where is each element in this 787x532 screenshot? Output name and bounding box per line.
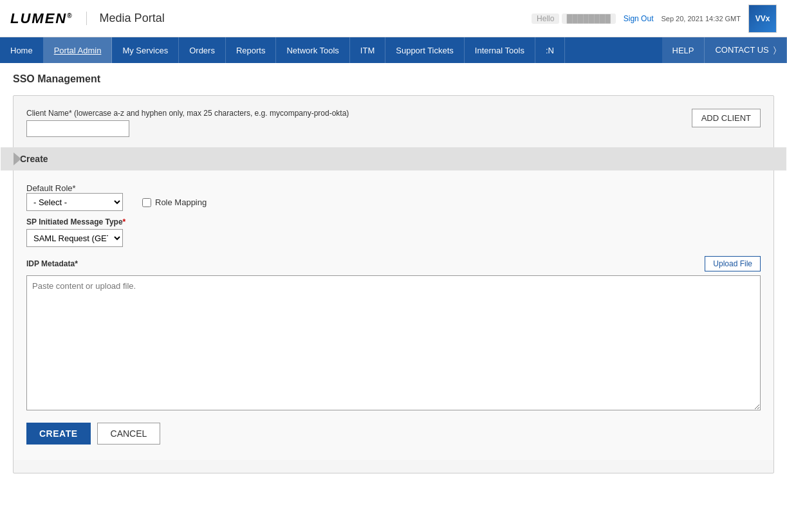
nav-home[interactable]: Home <box>0 37 44 63</box>
logo: LUMEN® <box>10 10 73 27</box>
nav-portal-admin[interactable]: Portal Admin <box>44 37 113 63</box>
idp-metadata-label: IDP Metadata* <box>26 259 78 268</box>
idp-metadata-textarea[interactable] <box>26 275 761 410</box>
form-body: Default Role* - Select - Admin User Role… <box>14 170 773 460</box>
nav-contact-us[interactable]: CONTACT US 〉 <box>705 37 787 63</box>
client-name-input[interactable] <box>26 120 129 137</box>
create-button[interactable]: CREATE <box>26 423 91 445</box>
nav-orders[interactable]: Orders <box>179 37 226 63</box>
role-row: Default Role* - Select - Admin User Role… <box>26 183 761 211</box>
username: ████████ <box>562 14 616 24</box>
nav-itm[interactable]: ITM <box>350 37 385 63</box>
role-mapping-row: Role Mapping <box>142 197 207 207</box>
default-role-label: Default Role* <box>26 183 123 193</box>
role-mapping-checkbox[interactable] <box>142 198 151 207</box>
nav-my-services[interactable]: My Services <box>112 37 179 63</box>
page-content: SSO Management Client Name* (lowercase a… <box>0 63 787 484</box>
sp-initiated-select[interactable]: SAML Request (GET) SAML Request (POST) <box>26 229 123 247</box>
default-role-select[interactable]: - Select - Admin User <box>26 193 123 211</box>
client-name-section: Client Name* (lowercase a-z and hyphen o… <box>26 109 761 137</box>
nav-network-tools[interactable]: Network Tools <box>276 37 349 63</box>
top-bar-left: LUMEN® Media Portal <box>10 10 165 27</box>
nav-help[interactable]: HELP <box>662 37 705 63</box>
cancel-button[interactable]: CANCEL <box>97 423 161 445</box>
datetime: Sep 20, 2021 14:32 GMT <box>661 15 741 23</box>
vvx-badge: VVx <box>748 5 777 33</box>
role-mapping-label-text: Role Mapping <box>155 197 207 207</box>
hello-label: Hello ████████ <box>532 14 616 23</box>
create-section-arrow <box>14 152 21 165</box>
badge-text: VVx <box>755 14 770 23</box>
main-container: Client Name* (lowercase a-z and hyphen o… <box>13 95 774 473</box>
create-section-wrapper: Create <box>14 147 773 170</box>
nav-spacer <box>565 37 662 63</box>
nav-support-tickets[interactable]: Support Tickets <box>385 37 465 63</box>
logo-text: LUMEN <box>10 10 67 26</box>
idp-section: IDP Metadata* Upload File <box>26 256 761 412</box>
client-name-label: Client Name* (lowercase a-z and hyphen o… <box>26 109 692 118</box>
nav-internal-tools[interactable]: Internal Tools <box>465 37 535 63</box>
nav-reports[interactable]: Reports <box>226 37 277 63</box>
sign-out-link[interactable]: Sign Out <box>624 14 654 23</box>
sp-initiated-label: SP Initiated Message Type* <box>26 217 761 226</box>
create-section-header: Create <box>1 147 786 170</box>
sp-initiated-row: SP Initiated Message Type* SAML Request … <box>26 217 761 247</box>
nav-right: HELP CONTACT US 〉 <box>662 37 788 63</box>
upload-file-button[interactable]: Upload File <box>705 256 761 271</box>
page-title: SSO Management <box>13 73 774 85</box>
portal-title: Media Portal <box>86 12 165 25</box>
nav-bar: Home Portal Admin My Services Orders Rep… <box>0 37 787 63</box>
default-role-col: Default Role* - Select - Admin User <box>26 183 123 211</box>
add-client-button[interactable]: ADD CLIENT <box>692 109 761 127</box>
client-name-left: Client Name* (lowercase a-z and hyphen o… <box>26 109 692 137</box>
top-bar-right: Hello ████████ Sign Out Sep 20, 2021 14:… <box>532 5 777 33</box>
idp-header: IDP Metadata* Upload File <box>26 256 761 271</box>
top-bar: LUMEN® Media Portal Hello ████████ Sign … <box>0 0 787 37</box>
nav-n[interactable]: :N <box>535 37 565 63</box>
bottom-buttons: CREATE CANCEL <box>26 412 761 447</box>
